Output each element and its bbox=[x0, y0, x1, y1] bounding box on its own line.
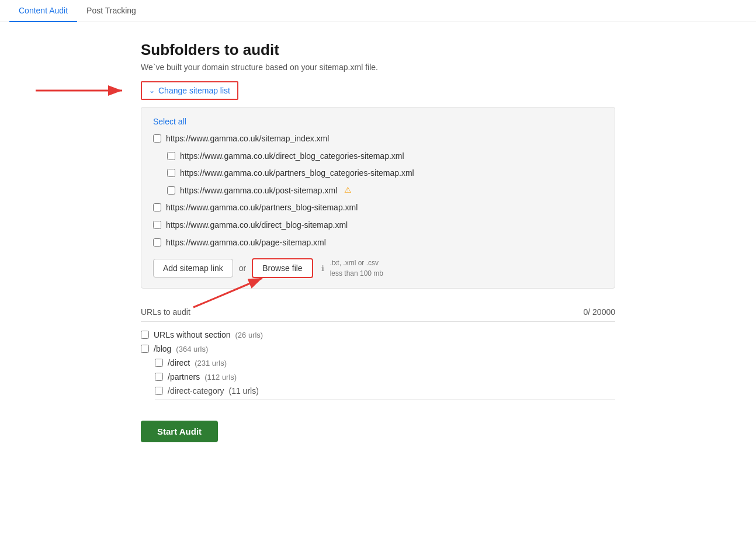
url-count-badge: (231 urls) bbox=[195, 359, 227, 367]
url-item-label: /direct-category bbox=[168, 386, 224, 396]
action-row: Add sitemap link or Browse file ℹ .txt, … bbox=[153, 258, 603, 279]
url-item-label: URLs without section bbox=[154, 330, 231, 339]
url-item-label: /direct bbox=[168, 358, 190, 367]
url-checkbox-direct-category[interactable] bbox=[155, 387, 163, 395]
url-item: /partners (112 urls) bbox=[155, 372, 615, 381]
sitemap-url-4: https://www.gamma.co.uk/post-sitemap.xml bbox=[180, 185, 337, 197]
sitemap-item: https://www.gamma.co.uk/page-sitemap.xml bbox=[153, 237, 603, 249]
select-all-link[interactable]: Select all bbox=[153, 117, 603, 126]
file-hint: .txt, .xml or .csv less than 100 mb bbox=[330, 258, 383, 279]
start-audit-button[interactable]: Start Audit bbox=[141, 421, 218, 442]
url-checkbox-without-section[interactable] bbox=[141, 331, 149, 339]
chevron-down-icon: ⌄ bbox=[149, 86, 155, 95]
url-item-label: /blog bbox=[154, 344, 171, 353]
url-item-partial: /direct-category (11 urls) bbox=[155, 386, 615, 400]
sitemap-checkbox-2[interactable] bbox=[167, 152, 175, 160]
sitemap-url-1: https://www.gamma.co.uk/sitemap_index.xm… bbox=[166, 133, 329, 145]
url-checkbox-blog[interactable] bbox=[141, 345, 149, 353]
change-sitemap-button[interactable]: ⌄ Change sitemap list bbox=[141, 81, 238, 100]
tab-bar: Content Audit Post Tracking bbox=[0, 0, 756, 22]
info-icon[interactable]: ℹ bbox=[321, 264, 324, 273]
page-subtitle: We`ve built your domain structure based … bbox=[141, 63, 615, 72]
sitemap-checkbox-5[interactable] bbox=[153, 203, 161, 211]
sitemap-item: https://www.gamma.co.uk/direct_blog-site… bbox=[153, 220, 603, 231]
urls-header: URLs to audit 0/ 20000 bbox=[141, 307, 615, 322]
sitemap-list-box: Select all https://www.gamma.co.uk/sitem… bbox=[141, 107, 615, 289]
tab-post-tracking[interactable]: Post Tracking bbox=[77, 0, 145, 22]
sitemap-item: https://www.gamma.co.uk/direct_blog_cate… bbox=[167, 151, 603, 162]
file-hint-line1: .txt, .xml or .csv bbox=[330, 258, 383, 268]
url-item: URLs without section (26 urls) bbox=[141, 330, 615, 339]
sitemap-url-6: https://www.gamma.co.uk/direct_blog-site… bbox=[166, 220, 348, 231]
sitemap-checkbox-7[interactable] bbox=[153, 238, 161, 247]
urls-label: URLs to audit bbox=[141, 307, 190, 317]
sitemap-url-3: https://www.gamma.co.uk/partners_blog_ca… bbox=[180, 168, 414, 179]
url-checkbox-partners[interactable] bbox=[155, 373, 163, 381]
url-count-badge: (112 urls) bbox=[204, 373, 237, 381]
sitemap-url-7: https://www.gamma.co.uk/page-sitemap.xml bbox=[166, 237, 326, 249]
url-item: /direct (231 urls) bbox=[155, 358, 615, 367]
sitemap-checkbox-4[interactable] bbox=[167, 186, 175, 195]
warning-icon: ⚠ bbox=[344, 185, 352, 195]
url-count-badge: (11 urls) bbox=[228, 386, 258, 396]
browse-file-wrapper: Browse file bbox=[252, 258, 313, 278]
sitemap-item: https://www.gamma.co.uk/sitemap_index.xm… bbox=[153, 133, 603, 145]
red-arrow-left-icon bbox=[36, 82, 129, 99]
url-count-badge: (26 urls) bbox=[235, 331, 263, 339]
sitemap-item: https://www.gamma.co.uk/post-sitemap.xml… bbox=[167, 185, 603, 197]
page-title: Subfolders to audit bbox=[141, 41, 615, 59]
change-sitemap-wrapper: ⌄ Change sitemap list bbox=[141, 81, 238, 100]
url-count-badge: (364 urls) bbox=[176, 345, 208, 353]
sitemap-checkbox-6[interactable] bbox=[153, 221, 161, 229]
url-item-label: /partners bbox=[168, 372, 200, 381]
urls-section: URLs to audit 0/ 20000 URLs without sect… bbox=[141, 307, 615, 400]
file-hint-line2: less than 100 mb bbox=[330, 268, 383, 279]
url-item: /blog (364 urls) bbox=[141, 344, 615, 353]
sitemap-item: https://www.gamma.co.uk/partners_blog-si… bbox=[153, 202, 603, 214]
sitemap-checkbox-1[interactable] bbox=[153, 134, 161, 143]
tab-content-audit[interactable]: Content Audit bbox=[9, 0, 77, 22]
sitemap-url-5: https://www.gamma.co.uk/partners_blog-si… bbox=[166, 202, 358, 214]
sitemap-checkbox-3[interactable] bbox=[167, 169, 175, 177]
change-sitemap-label: Change sitemap list bbox=[158, 86, 230, 95]
or-label: or bbox=[239, 263, 246, 273]
url-checkbox-direct[interactable] bbox=[155, 359, 163, 367]
sitemap-url-2: https://www.gamma.co.uk/direct_blog_cate… bbox=[180, 151, 404, 162]
main-content: Subfolders to audit We`ve built your dom… bbox=[127, 22, 629, 461]
sitemap-item: https://www.gamma.co.uk/partners_blog_ca… bbox=[167, 168, 603, 179]
urls-count: 0/ 20000 bbox=[584, 307, 616, 317]
red-arrow-browse-icon bbox=[193, 275, 269, 307]
